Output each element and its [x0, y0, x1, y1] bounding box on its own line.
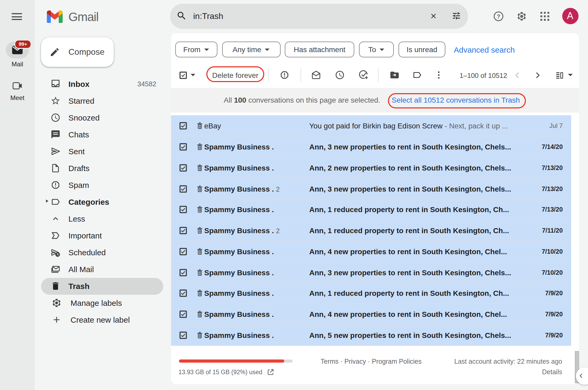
- svg-text:?: ?: [497, 13, 500, 20]
